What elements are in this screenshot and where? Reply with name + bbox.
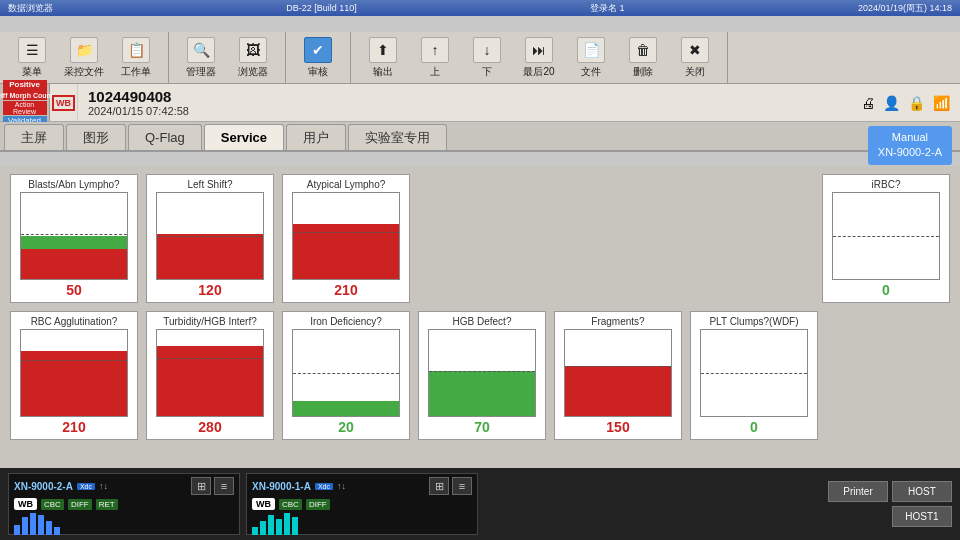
scatter-title-leftshift: Left Shift? [187,179,232,190]
delete-button[interactable]: 🗑 删除 [617,35,669,81]
patient-action-icons: 🖨 👤 🔒 📶 [861,84,960,121]
patient-status-panel: Positive Diff Morph Count Action Review … [0,84,50,121]
bottom-btn-row-1: Printer HOST [828,481,952,502]
worklist-button[interactable]: 📋 工作单 [110,35,162,81]
diff-pill-1: DIFF [68,499,92,510]
patient-info: 1024490408 2024/01/15 07:42:58 [78,84,861,121]
device-icons-1[interactable]: ⊞ ≡ [191,477,234,495]
red-block-leftshift [157,234,263,279]
device-grid-icon-2[interactable]: ⊞ [429,477,449,495]
last20-button[interactable]: ⏭ 最后20 [513,35,565,81]
dotted-line-blasts [21,234,127,235]
menu-icon: ☰ [18,37,46,63]
scatter-row-2: RBC Agglutination? 210 Turbidity/HGB Int… [10,311,950,440]
scatter-card-irbc[interactable]: iRBC? 0 [822,174,950,303]
scatter-card-fragments[interactable]: Fragments? 150 [554,311,682,440]
scatter-row-1: Blasts/Abn Lympho? 50 Left Shift? 120 At… [10,174,950,303]
manual-badge: Manual XN-9000-2-A [868,126,952,165]
close-button[interactable]: ✖ 关闭 [669,35,721,81]
print-icon[interactable]: 🖨 [861,95,875,111]
scatter-value-hgb: 70 [474,419,490,435]
scatter-plot-hgb [428,329,536,417]
output-button[interactable]: ⬆ 输出 [357,35,409,81]
scatter-plot-blasts [20,192,128,280]
scatter-card-blasts[interactable]: Blasts/Abn Lympho? 50 [10,174,138,303]
scatter-card-rbc-agg[interactable]: RBC Agglutination? 210 [10,311,138,440]
host-button[interactable]: HOST [892,481,952,502]
bar-2-4 [276,519,282,535]
tab-lab[interactable]: 实验室专用 [348,124,447,150]
wb-badge-1: WB [14,498,37,510]
scatter-value-iron: 20 [338,419,354,435]
printer-button[interactable]: Printer [828,481,888,502]
file-control-button[interactable]: 📁 采控文件 [58,35,110,81]
device-list-icon-1[interactable]: ≡ [214,477,234,495]
patient-id: 1024490408 [88,88,851,105]
last20-icon: ⏭ [525,37,553,63]
review-icon: ✔ [304,37,332,63]
scatter-plot-iron [292,329,400,417]
tab-graph[interactable]: 图形 [66,124,126,150]
up-button[interactable]: ↑ 上 [409,35,461,81]
manager-icon: 🔍 [187,37,215,63]
scatter-plot-fragments [564,329,672,417]
device-header-2: XN-9000-1-A Xdc ↑↓ ⊞ ≡ [252,477,472,495]
scatter-card-atypical[interactable]: Atypical Lympho? 210 [282,174,410,303]
lock-icon[interactable]: 🔒 [908,95,925,111]
toolbar-group-actions: ✔ 审核 [286,32,351,83]
ret-pill-1: RET [96,499,118,510]
manager-button[interactable]: 🔍 管理器 [175,35,227,81]
toolbar-group-output: ⬆ 输出 ↑ 上 ↓ 下 ⏭ 最后20 📄 文件 🗑 删除 [351,32,728,83]
bar-2-3 [268,515,274,535]
down-button[interactable]: ↓ 下 [461,35,513,81]
tab-service[interactable]: Service [204,124,284,150]
scatter-card-plt[interactable]: PLT Clumps?(WDF) 0 [690,311,818,440]
bar-2-2 [260,521,266,535]
scatter-card-leftshift[interactable]: Left Shift? 120 [146,174,274,303]
file-button[interactable]: 📄 文件 [565,35,617,81]
browser-button[interactable]: 🖼 浏览器 [227,35,279,81]
scatter-plot-rbc-agg [20,329,128,417]
down-icon: ↓ [473,37,501,63]
dotted-line-hgb [429,371,535,372]
device-grid-icon-1[interactable]: ⊞ [191,477,211,495]
device-panel-2: XN-9000-1-A Xdc ↑↓ ⊞ ≡ WB CBC DIFF [246,473,478,535]
browser-icon: 🖼 [239,37,267,63]
bottom-action-buttons: Printer HOST HOST1 [828,481,952,527]
scatter-title-rbc-agg: RBC Agglutination? [31,316,118,327]
device-header-1: XN-9000-2-A Xdc ↑↓ ⊞ ≡ [14,477,234,495]
device-list-icon-2[interactable]: ≡ [452,477,472,495]
scatter-value-plt: 0 [750,419,758,435]
person-icon[interactable]: 👤 [883,95,900,111]
scatter-value-leftshift: 120 [198,282,221,298]
file-control-icon: 📁 [70,37,98,63]
menu-button[interactable]: ☰ 菜单 [6,35,58,81]
device-arrows-1: ↑↓ [99,481,108,491]
bar-2-6 [292,517,298,535]
main-toolbar: ☰ 菜单 📁 采控文件 📋 工作单 🔍 管理器 🖼 浏览器 [0,32,960,84]
wb-indicator: WB [50,84,78,121]
tab-user[interactable]: 用户 [286,124,346,150]
tab-qflag[interactable]: Q-Flag [128,124,202,150]
tab-main[interactable]: 主屏 [4,124,64,150]
device-icons-2[interactable]: ⊞ ≡ [429,477,472,495]
patient-datetime: 2024/01/15 07:42:58 [88,105,851,117]
app-name: 数据浏览器 [8,2,53,15]
cbc-pill-1: CBC [41,499,64,510]
wifi-icon: 📶 [933,95,950,111]
toolbar-group-view: 🔍 管理器 🖼 浏览器 [169,32,286,83]
host1-button[interactable]: HOST1 [892,506,952,527]
scatter-title-blasts: Blasts/Abn Lympho? [28,179,119,190]
scatter-card-iron[interactable]: Iron Deficiency? 20 [282,311,410,440]
up-icon: ↑ [421,37,449,63]
device-chart-2 [252,513,472,535]
scatter-card-turbidity[interactable]: Turbidity/HGB Interf? 280 [146,311,274,440]
dotted-line-rbc-agg [21,360,127,361]
positive-badge: Positive Diff Morph Count [3,80,47,99]
review-button[interactable]: ✔ 审核 [292,35,344,81]
scatter-card-hgb[interactable]: HGB Defect? 70 [418,311,546,440]
scatter-plot-leftshift [156,192,264,280]
bar-1-6 [54,527,60,535]
scatter-plot-irbc [832,192,940,280]
scatter-title-iron: Iron Deficiency? [310,316,382,327]
